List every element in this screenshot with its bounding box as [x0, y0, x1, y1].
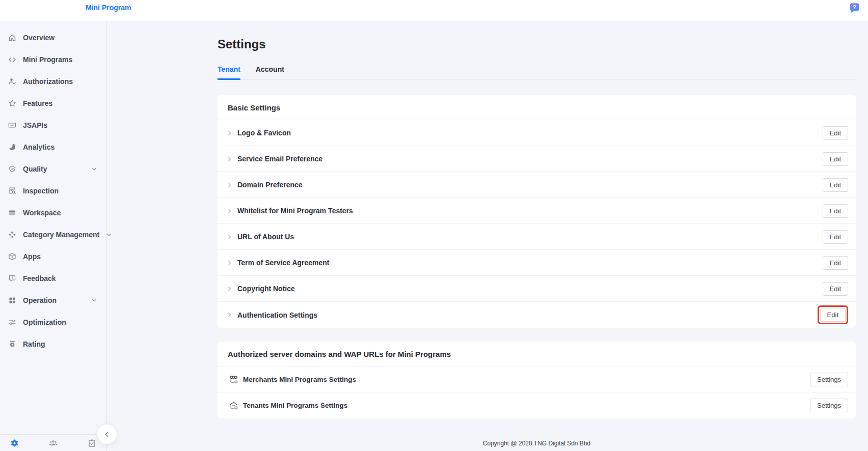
sidebar-item-label: Optimization	[23, 318, 66, 326]
edit-button[interactable]: Edit	[823, 126, 848, 140]
setting-row-label: Service Email Preference	[237, 155, 322, 163]
settings-button[interactable]: Settings	[810, 373, 848, 386]
tab-account[interactable]: Account	[256, 65, 284, 79]
chevron-down-icon	[91, 166, 97, 172]
api-icon: API	[8, 121, 16, 129]
sidebar-item-category-management[interactable]: Category Management	[0, 223, 106, 245]
tab-bar: TenantAccount	[218, 65, 856, 80]
setting-row[interactable]: Tenants Mini Programs SettingsSettings	[218, 392, 856, 418]
edit-button[interactable]: Edit	[823, 256, 848, 270]
setting-row[interactable]: Whitelist for Mini Program TestersEdit	[218, 198, 856, 224]
setting-row-label: Tenants Mini Programs Settings	[243, 402, 347, 409]
sidebar-item-optimization[interactable]: Optimization	[0, 311, 106, 333]
setting-row[interactable]: Service Email PreferenceEdit	[218, 146, 856, 172]
workspace-icon	[8, 209, 16, 217]
sidebar-item-label: Authorizations	[23, 77, 73, 86]
setting-row[interactable]: Copyright NoticeEdit	[218, 276, 856, 302]
setting-row-label: Term of Service Agreement	[237, 259, 330, 267]
edit-button[interactable]: Edit	[823, 152, 848, 166]
sidebar: OverviewMini ProgramsAuthorizationsFeatu…	[0, 21, 107, 451]
feedback-bubble-icon	[8, 274, 16, 283]
setting-row-label: URL of About Us	[237, 233, 294, 241]
setting-row-label: Logo & Favicon	[237, 129, 291, 137]
edit-button[interactable]: Edit	[823, 282, 848, 296]
sidebar-item-label: Features	[23, 99, 52, 107]
chevron-down-icon	[106, 232, 112, 238]
settings-card: Authorized server domains and WAP URLs f…	[218, 342, 856, 418]
sidebar-item-inspection[interactable]: Inspection	[0, 180, 106, 202]
sidebar-item-apps[interactable]: Apps	[0, 245, 106, 267]
house-gear-icon	[229, 401, 238, 410]
setting-row[interactable]: URL of About UsEdit	[218, 224, 856, 250]
sidebar-item-analytics[interactable]: Analytics	[0, 136, 106, 158]
team-icon[interactable]	[49, 439, 58, 447]
sidebar-item-overview[interactable]: Overview	[0, 26, 106, 48]
edit-button[interactable]: Edit	[823, 178, 848, 192]
sidebar-item-jsapis[interactable]: APIJSAPIs	[0, 114, 106, 136]
app-header: Mini Program ?	[0, 0, 868, 21]
sidebar-item-workspace[interactable]: Workspace	[0, 202, 106, 223]
setting-row-label: Copyright Notice	[237, 285, 295, 293]
operation-grid-icon	[8, 296, 16, 304]
sidebar-collapse-button[interactable]	[97, 424, 117, 444]
svg-text:API: API	[10, 124, 14, 127]
card-title: Authorized server domains and WAP URLs f…	[218, 342, 856, 367]
sidebar-item-operation[interactable]: Operation	[0, 289, 106, 311]
sidebar-item-label: JSAPIs	[23, 121, 47, 129]
edit-button[interactable]: Edit	[823, 230, 848, 244]
card-title: Basic Settings	[218, 95, 856, 120]
setting-row-label: Whitelist for Mini Program Testers	[237, 207, 353, 215]
setting-row[interactable]: Domain PreferenceEdit	[218, 172, 856, 198]
user-check-icon	[8, 77, 16, 86]
setting-row-label: Merchants Mini Programs Settings	[243, 376, 356, 383]
sidebar-item-rating[interactable]: Rating	[0, 333, 106, 355]
chevron-down-icon	[91, 297, 97, 303]
chevron-right-icon	[226, 312, 233, 318]
sidebar-item-label: Category Management	[23, 231, 99, 239]
edit-button[interactable]: Edit	[823, 204, 848, 218]
optimization-icon	[8, 318, 16, 326]
tab-tenant[interactable]: Tenant	[218, 65, 240, 80]
page-title: Settings	[218, 37, 856, 52]
svg-text:?: ?	[853, 4, 856, 10]
chevron-right-icon	[226, 182, 233, 188]
copyright-footer: Copyright @ 2020 TNG Digital Sdn Bhd	[218, 440, 856, 447]
sidebar-item-quality[interactable]: Quality	[0, 158, 106, 180]
settings-button[interactable]: Settings	[810, 399, 848, 412]
setting-row[interactable]: Logo & FaviconEdit	[218, 120, 856, 146]
home-icon	[8, 34, 16, 42]
sidebar-item-feedback[interactable]: Feedback	[0, 267, 106, 289]
setting-row-label: Domain Preference	[237, 181, 303, 189]
main-area: Settings TenantAccount Basic SettingsLog…	[107, 21, 868, 451]
settings-gear-icon[interactable]	[10, 439, 19, 447]
sidebar-item-authorizations[interactable]: Authorizations	[0, 70, 106, 92]
sidebar-item-label: Operation	[23, 296, 57, 304]
chevron-right-icon	[226, 234, 233, 240]
sidebar-item-features[interactable]: Features	[0, 92, 106, 114]
setting-row-label: Authentication Settings	[237, 311, 317, 319]
sidebar-item-label: Inspection	[23, 187, 59, 195]
setting-row[interactable]: Term of Service AgreementEdit	[218, 250, 856, 276]
pie-chart-icon	[8, 143, 16, 151]
setting-row[interactable]: Merchants Mini Programs SettingsSettings	[218, 367, 856, 392]
sidebar-item-label: Rating	[23, 340, 45, 348]
app-title[interactable]: Mini Program	[86, 0, 131, 15]
rating-medal-icon	[8, 340, 16, 348]
chevron-right-icon	[226, 260, 233, 266]
sidebar-item-mini-programs[interactable]: Mini Programs	[0, 48, 106, 70]
sidebar-item-label: Quality	[23, 165, 47, 173]
highlight-annotation: Edit	[818, 305, 848, 324]
edit-button[interactable]: Edit	[820, 308, 846, 322]
cards-container: Basic SettingsLogo & FaviconEditService …	[218, 95, 856, 418]
inspection-icon	[8, 187, 16, 195]
sidebar-item-label: Apps	[23, 252, 41, 261]
storefront-gear-icon	[229, 375, 238, 384]
tasks-clipboard-icon[interactable]	[88, 439, 96, 447]
chevron-right-icon	[226, 156, 233, 162]
chevron-left-icon	[103, 431, 111, 438]
settings-card: Basic SettingsLogo & FaviconEditService …	[218, 95, 856, 328]
setting-row[interactable]: Authentication SettingsEdit	[218, 302, 856, 328]
chevron-right-icon	[226, 286, 233, 292]
category-icon	[8, 231, 16, 239]
help-question-bubble-icon[interactable]: ?	[848, 2, 861, 15]
